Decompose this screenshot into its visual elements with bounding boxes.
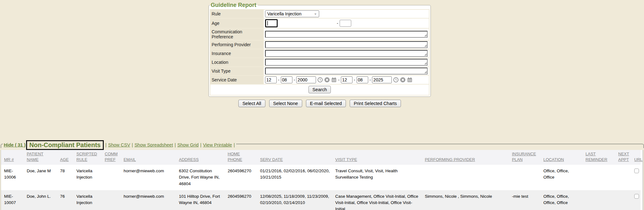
- col-header-location[interactable]: LOCATION: [540, 150, 582, 165]
- table-row: MIE-10006Doe, Jane M78Varicella Injectio…: [1, 165, 641, 190]
- col-header-address[interactable]: ADDRESS: [176, 150, 225, 165]
- cell-provider: [422, 165, 509, 190]
- patients-table: MR #PATIENTNAMEAGESCRIPTEDRULECOMMPREFEM…: [1, 150, 641, 210]
- rule-select[interactable]: Varicella Injection ⌄: [265, 10, 319, 17]
- calendar-icon[interactable]: [407, 77, 413, 83]
- cell-location: Office, Office, Office, Office: [540, 190, 582, 210]
- print-selected-charts-button[interactable]: Print Selected Charts: [350, 100, 401, 107]
- cell-age: 76: [57, 190, 73, 210]
- insurance-label: Insurance: [210, 49, 264, 58]
- insurance-input[interactable]: [265, 50, 428, 57]
- clear-icon[interactable]: [400, 77, 406, 83]
- performing-provider-label: Performing Provider: [210, 40, 264, 49]
- age-from-input[interactable]: [265, 19, 278, 27]
- row-select-checkbox[interactable]: [634, 194, 639, 199]
- cell-last: [582, 165, 615, 190]
- col-header-visit[interactable]: VISIT TYPE: [332, 150, 422, 165]
- col-header-label: HOME: [228, 151, 255, 157]
- clock-icon[interactable]: [317, 77, 323, 83]
- service-date-from-year[interactable]: [296, 76, 316, 83]
- col-header-label: PREF: [105, 157, 119, 163]
- col-header-label: VISIT TYPE: [335, 157, 420, 163]
- cell-rule: Varicella Injection: [73, 190, 102, 210]
- cell-mr: MIE-10006: [1, 165, 24, 190]
- cell-visit: Travel Consult, Visit, Visit, Health Sur…: [332, 165, 422, 190]
- location-input[interactable]: [265, 59, 428, 66]
- guideline-report-area: Guideline Report Rule Varicella Injectio…: [208, 2, 431, 107]
- link-separator: |: [200, 142, 202, 147]
- service-date-to-month[interactable]: [341, 76, 353, 83]
- search-button[interactable]: Search: [308, 86, 331, 93]
- cell-next: [615, 190, 631, 210]
- col-header-mr[interactable]: MR #: [1, 150, 24, 165]
- service-date-to-day[interactable]: [357, 76, 368, 83]
- service-date-from-day[interactable]: [281, 76, 292, 83]
- date-range-dash: -: [338, 77, 340, 82]
- link-separator: |: [105, 142, 107, 147]
- cell-next: [615, 165, 631, 190]
- calendar-icon[interactable]: [331, 77, 337, 83]
- cell-phone: 2604596270: [225, 190, 257, 210]
- row-select-checkbox[interactable]: [634, 169, 639, 173]
- hide-link[interactable]: Hide ( 31 ): [4, 142, 25, 147]
- performing-provider-input[interactable]: [265, 41, 428, 48]
- col-header-email[interactable]: EMAIL: [120, 150, 176, 165]
- cell-email: horner@mieweb.com: [120, 190, 176, 210]
- cell-serv: 01/21/2016, 02/02/2016, 06/02/2020, 10/2…: [257, 165, 332, 190]
- cell-comm: [102, 165, 120, 190]
- col-header-provider[interactable]: PERFORMING PROVIDER: [422, 150, 509, 165]
- patients-table-wrap: MR #PATIENTNAMEAGESCRIPTEDRULECOMMPREFEM…: [1, 150, 643, 210]
- cell-mr: MIE-10007: [1, 190, 24, 210]
- cell-insurance: [509, 165, 540, 190]
- cell-visit: Case Management, Office Visit-Initial, O…: [332, 190, 422, 210]
- col-header-label: RULE: [76, 157, 100, 163]
- link-separator: |: [175, 142, 176, 147]
- col-header-url[interactable]: URL: [631, 150, 641, 165]
- col-header-label: SERV DATE: [260, 157, 330, 163]
- select-all-button[interactable]: Select All: [238, 100, 265, 107]
- email-selected-button[interactable]: E-mail Selected: [306, 100, 346, 107]
- cell-comm: [102, 190, 120, 210]
- clock-icon[interactable]: [393, 77, 399, 83]
- cell-address: 6302 Constitution Drive, Fort Wayne IN, …: [176, 165, 225, 190]
- select-none-button[interactable]: Select None: [269, 100, 302, 107]
- col-header-label: NAME: [27, 157, 55, 163]
- cell-serv: 12/08/2025, 11/18/2009, 11/23/2009, 02/1…: [257, 190, 332, 210]
- service-date-to-year[interactable]: [372, 76, 392, 83]
- communication-preference-input[interactable]: [265, 31, 428, 38]
- col-header-label: PHONE: [228, 157, 255, 163]
- col-header-label: URL: [634, 157, 639, 163]
- col-header-rule[interactable]: SCRIPTEDRULE: [73, 150, 102, 165]
- fieldset-corner: [1, 144, 3, 148]
- age-to-input[interactable]: [340, 20, 351, 27]
- date-dash: -: [278, 77, 280, 82]
- view-printable-link[interactable]: View Printable: [203, 142, 232, 147]
- cell-url: [631, 165, 641, 190]
- col-header-label: INSURANCE: [512, 151, 538, 157]
- visit-type-label: Visit Type: [210, 67, 264, 75]
- col-header-serv[interactable]: SERV DATE: [257, 150, 332, 165]
- col-header-next[interactable]: NEXTAPPT: [615, 150, 631, 165]
- rule-select-value: Varicella Injection: [267, 11, 302, 16]
- age-range-dash: -: [337, 21, 338, 26]
- visit-type-input[interactable]: [265, 68, 428, 75]
- col-header-comm[interactable]: COMMPREF: [102, 150, 120, 165]
- non-compliant-patients-section: Hide ( 31 ) Non-Compliant Patients | Sho…: [0, 140, 644, 210]
- cell-email: horner@mieweb.com: [120, 165, 176, 190]
- col-header-last[interactable]: LASTREMINDER: [582, 150, 615, 165]
- show-csv-link[interactable]: Show CSV: [108, 142, 130, 147]
- show-spreadsheet-link[interactable]: Show Spreadsheet: [135, 142, 173, 147]
- col-header-insurance[interactable]: INSURANCEPLAN: [509, 150, 540, 165]
- cell-name: Doe, Jane M: [24, 165, 57, 190]
- col-header-label: REMINDER: [586, 157, 613, 163]
- date-dash: -: [354, 77, 355, 82]
- col-header-phone[interactable]: HOMEPHONE: [225, 150, 257, 165]
- clear-icon[interactable]: [324, 77, 330, 83]
- col-header-label: EMAIL: [124, 157, 174, 163]
- col-header-name[interactable]: PATIENTNAME: [24, 150, 57, 165]
- col-header-age[interactable]: AGE: [57, 150, 73, 165]
- show-grid-link[interactable]: Show Grid: [177, 142, 199, 147]
- service-date-from-month[interactable]: [265, 76, 277, 83]
- patients-legend-row: Hide ( 31 ) Non-Compliant Patients | Sho…: [0, 140, 644, 150]
- link-separator: |: [234, 142, 235, 147]
